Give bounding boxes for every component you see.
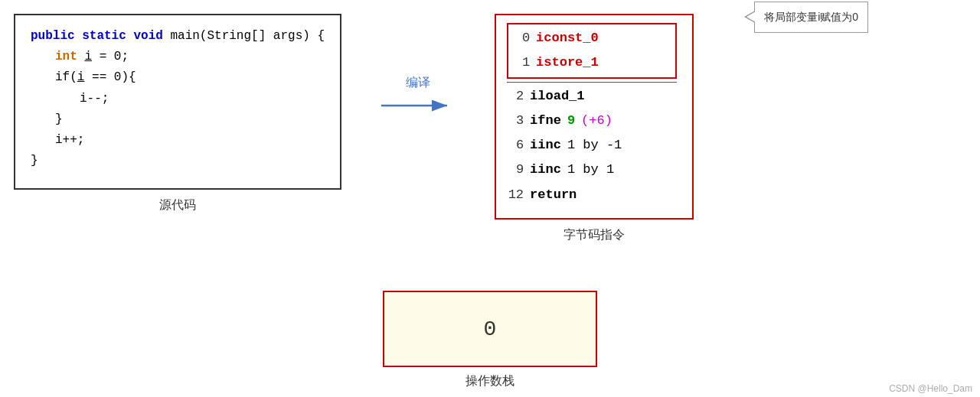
code-cond: == 0){ — [84, 70, 136, 84]
stack-value: 0 — [484, 317, 497, 341]
bytecode-box: 将局部变量i赋值为0 0 iconst_0 1 istore_1 — [495, 14, 694, 220]
bc-instr-1: istore_1 — [536, 50, 599, 75]
code-line-6: i++; — [31, 130, 325, 151]
bc-instr-12: return — [530, 183, 577, 207]
bc-instr-0: iconst_0 — [536, 26, 599, 50]
bytecode-area: 将局部变量i赋值为0 0 iconst_0 1 istore_1 — [495, 14, 694, 243]
source-label: 源代码 — [159, 197, 196, 213]
bc-row-12: 12 return — [507, 183, 677, 207]
bc-instr-9: iinc — [530, 158, 561, 182]
bottom-row: 0 操作数栈 — [0, 298, 980, 397]
bc-instr-3: ifne — [530, 109, 561, 133]
bc-arg-3-num: 9 — [567, 109, 575, 133]
tooltip-arrow-fill — [746, 11, 756, 22]
bc-arg-3-offset: (+6) — [581, 109, 612, 133]
arrow-area: 编译 — [372, 14, 464, 117]
stack-box: 0 — [383, 291, 597, 367]
source-code-area: public static void main(String[] args) {… — [14, 14, 341, 213]
code-main: main(String[] args) { — [170, 29, 325, 43]
bc-num-0: 0 — [513, 26, 530, 50]
code-line-5: } — [31, 109, 325, 130]
stack-area: 0 操作数栈 — [383, 291, 597, 389]
bc-instr-6: iinc — [530, 133, 561, 158]
arrow-label: 编译 — [406, 75, 430, 91]
stack-label: 操作数栈 — [466, 373, 514, 389]
bytecode-label: 字节码指令 — [564, 227, 625, 243]
var-i-1: i — [84, 50, 92, 63]
bc-num-3: 3 — [507, 109, 524, 133]
bc-num-2: 2 — [507, 84, 524, 109]
bc-row-2: 2 iload_1 — [507, 84, 677, 109]
code-if: if( — [55, 70, 77, 84]
compile-arrow — [380, 94, 456, 117]
bc-instr-2: iload_1 — [530, 84, 584, 109]
top-row: public static void main(String[] args) {… — [0, 0, 980, 298]
bc-num-6: 6 — [507, 133, 524, 158]
code-close-brace1: } — [55, 112, 63, 126]
tooltip-text: 将局部变量i赋值为0 — [764, 11, 858, 23]
type-int: int — [55, 50, 77, 63]
bc-row-3: 3 ifne 9 (+6) — [507, 109, 677, 133]
bc-divider — [507, 82, 677, 83]
code-space1 — [77, 50, 85, 63]
bc-row-1: 1 istore_1 — [513, 50, 671, 75]
code-iinc: i++; — [55, 133, 84, 147]
code-line-1: public static void main(String[] args) { — [31, 26, 325, 47]
code-line-2: int i = 0; — [31, 47, 325, 67]
tooltip-box: 将局部变量i赋值为0 — [754, 2, 868, 33]
watermark: CSDN @Hello_Dam — [889, 383, 972, 394]
main-container: public static void main(String[] args) {… — [0, 0, 980, 397]
code-close-brace2: } — [31, 154, 38, 168]
bc-num-1: 1 — [513, 50, 530, 75]
code-assign: = 0; — [92, 50, 129, 63]
code-idec: i--; — [80, 92, 109, 106]
code-line-7: } — [31, 151, 325, 171]
bc-row-6: 6 iinc 1 by -1 — [507, 133, 677, 158]
bc-arg-9: 1 by 1 — [567, 158, 614, 182]
bc-row-0: 0 iconst_0 — [513, 26, 671, 50]
highlighted-rows: 0 iconst_0 1 istore_1 — [507, 23, 677, 79]
var-i-2: i — [77, 70, 85, 84]
bc-arg-6: 1 by -1 — [567, 133, 622, 158]
keyword-public: public static void — [31, 29, 170, 43]
bc-row-9: 9 iinc 1 by 1 — [507, 158, 677, 182]
bc-num-12: 12 — [507, 183, 524, 207]
bc-num-9: 9 — [507, 158, 524, 182]
code-line-4: i--; — [31, 89, 325, 109]
code-line-3: if(i == 0){ — [31, 67, 325, 88]
source-code-box: public static void main(String[] args) {… — [14, 14, 341, 190]
